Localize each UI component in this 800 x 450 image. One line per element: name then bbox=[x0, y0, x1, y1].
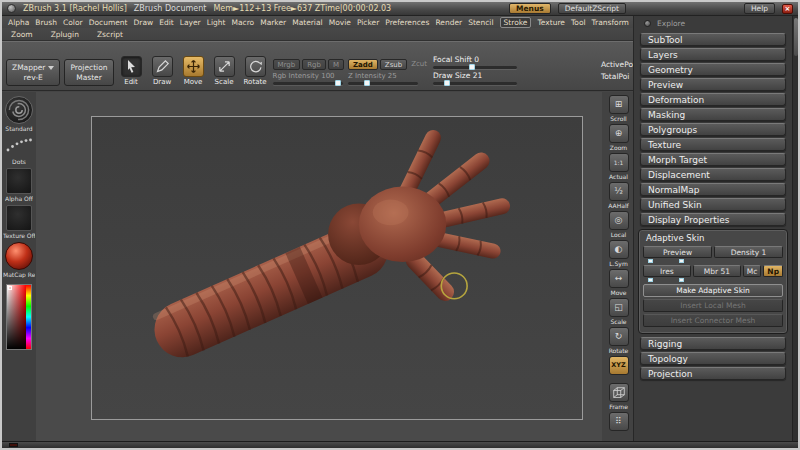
focal-shift-slider[interactable] bbox=[433, 66, 517, 69]
brush-selector[interactable]: Standard bbox=[4, 96, 34, 132]
zoom-icon[interactable]: ⊕ bbox=[609, 124, 629, 143]
mrgb-button[interactable]: Mrgb bbox=[273, 59, 301, 70]
tool-panel-item-unified-skin[interactable]: Unified Skin bbox=[640, 198, 786, 211]
tool-panel-item-geometry[interactable]: Geometry bbox=[640, 63, 786, 76]
mc-button[interactable]: Mc bbox=[743, 265, 762, 277]
local-icon[interactable]: ◎ bbox=[609, 211, 629, 230]
menu-render[interactable]: Render bbox=[435, 18, 462, 27]
menu-zplugin[interactable]: Zplugin bbox=[51, 30, 79, 39]
menu-macro[interactable]: Macro bbox=[231, 18, 254, 27]
rgb-intensity-knob[interactable] bbox=[335, 80, 341, 86]
menu-zoom[interactable]: Zoom bbox=[11, 30, 33, 39]
color-picker[interactable] bbox=[6, 284, 32, 350]
zadd-button[interactable]: Zadd bbox=[348, 59, 378, 70]
zmapper-button[interactable]: ZMapper rev-E bbox=[6, 59, 60, 86]
tool-panel-item-subtool[interactable]: SubTool bbox=[640, 33, 786, 46]
alpha-selector[interactable]: Alpha Off bbox=[4, 168, 34, 202]
draw-size-knob[interactable] bbox=[444, 80, 450, 86]
menus-button[interactable]: Menus bbox=[509, 3, 551, 14]
move-mode-button[interactable]: Move bbox=[180, 56, 207, 86]
focal-shift-knob[interactable] bbox=[469, 64, 475, 70]
rgb-intensity-slider[interactable] bbox=[273, 82, 343, 85]
tool-panel-item-deformation[interactable]: Deformation bbox=[640, 93, 786, 106]
menu-transform[interactable]: Transform bbox=[592, 18, 629, 27]
move-view-icon[interactable]: ↔ bbox=[609, 269, 629, 288]
ires-slider[interactable]: Ires bbox=[643, 265, 691, 277]
tool-panel-item-polygroups[interactable]: Polygroups bbox=[640, 123, 786, 136]
actual-size-icon[interactable]: 1:1 bbox=[609, 153, 629, 172]
np-button[interactable]: Np bbox=[763, 265, 783, 277]
tool-panel-item-texture[interactable]: Texture bbox=[640, 138, 786, 151]
zsub-button[interactable]: Zsub bbox=[380, 59, 407, 70]
xyz-button[interactable]: XYZ bbox=[609, 356, 629, 375]
dots-grid-icon[interactable]: ⠿ bbox=[609, 412, 629, 431]
tool-panel-item-rigging[interactable]: Rigging bbox=[640, 337, 786, 350]
tool-panel-item-projection[interactable]: Projection bbox=[640, 367, 786, 380]
menu-stencil[interactable]: Stencil bbox=[468, 18, 493, 27]
rotate-mode-button[interactable]: Rotate bbox=[242, 56, 269, 86]
tool-panel-item-morph-target[interactable]: Morph Target bbox=[640, 153, 786, 166]
menu-movie[interactable]: Movie bbox=[329, 18, 351, 27]
menu-document[interactable]: Document bbox=[89, 18, 128, 27]
saturation-value-square[interactable] bbox=[7, 285, 26, 349]
stroke-selector[interactable]: Dots bbox=[4, 135, 34, 165]
menu-draw[interactable]: Draw bbox=[134, 18, 154, 27]
close-icon[interactable]: × bbox=[782, 4, 793, 14]
material-selector[interactable]: MatCap Red Wa bbox=[4, 242, 34, 278]
mbr-slider[interactable]: Mbr 51 bbox=[693, 265, 741, 277]
preview-slider-knob[interactable] bbox=[648, 259, 653, 263]
menu-alpha[interactable]: Alpha bbox=[8, 18, 29, 27]
projection-master-button[interactable]: Projection Master bbox=[64, 59, 113, 86]
menu-picker[interactable]: Picker bbox=[357, 18, 379, 27]
tool-panel-item-displacement[interactable]: Displacement bbox=[640, 168, 786, 181]
draw-size-slider[interactable] bbox=[433, 82, 517, 85]
zcut-button[interactable]: Zcut bbox=[409, 59, 429, 70]
menu-edit[interactable]: Edit bbox=[159, 18, 174, 27]
z-intensity-slider[interactable] bbox=[348, 82, 418, 85]
default-zscript-button[interactable]: DefaultZScript bbox=[558, 3, 626, 14]
menu-material[interactable]: Material bbox=[292, 18, 322, 27]
tool-panel-item-layers[interactable]: Layers bbox=[640, 48, 786, 61]
tool-panel-item-topology[interactable]: Topology bbox=[640, 352, 786, 365]
rgb-button[interactable]: Rgb bbox=[302, 59, 326, 70]
zbrush-document-canvas[interactable] bbox=[91, 116, 583, 420]
menu-stroke[interactable]: Stroke bbox=[500, 17, 532, 28]
rotate-view-icon[interactable]: ↻ bbox=[609, 327, 629, 346]
mbr-slider-knob[interactable] bbox=[679, 278, 684, 282]
adaptive-preview-button[interactable]: Preview bbox=[643, 246, 712, 258]
texture-selector[interactable]: Texture Off bbox=[4, 205, 34, 239]
menu-preferences[interactable]: Preferences bbox=[385, 18, 429, 27]
menu-zscript[interactable]: Zscript bbox=[97, 30, 123, 39]
density-slider-knob[interactable] bbox=[679, 259, 684, 263]
panel-scrollbar-thumb[interactable] bbox=[794, 18, 798, 56]
z-intensity-knob[interactable] bbox=[364, 80, 370, 86]
scale-mode-button[interactable]: Scale bbox=[211, 56, 238, 86]
draw-mode-button[interactable]: Draw bbox=[149, 56, 176, 86]
tool-panel-item-masking[interactable]: Masking bbox=[640, 108, 786, 121]
menu-marker[interactable]: Marker bbox=[260, 18, 286, 27]
help-button[interactable]: Help bbox=[744, 3, 775, 14]
lsym-icon[interactable]: ◐ bbox=[609, 240, 629, 259]
menu-color[interactable]: Color bbox=[63, 18, 83, 27]
tool-panel-item-display-properties[interactable]: Display Properties bbox=[640, 213, 786, 226]
menu-texture[interactable]: Texture bbox=[538, 18, 565, 27]
canvas-area[interactable] bbox=[36, 92, 602, 441]
menu-layer[interactable]: Layer bbox=[180, 18, 201, 27]
make-adaptive-skin-button[interactable]: Make Adaptive Skin bbox=[643, 284, 783, 297]
scale-view-icon[interactable]: ◱ bbox=[609, 298, 629, 317]
m-button[interactable]: M bbox=[328, 59, 344, 70]
panel-scrollbar[interactable] bbox=[792, 16, 798, 441]
menu-light[interactable]: Light bbox=[207, 18, 226, 27]
hue-strip[interactable] bbox=[26, 285, 31, 349]
tool-panel-item-normalmap[interactable]: NormalMap bbox=[640, 183, 786, 196]
current-color-swatch[interactable] bbox=[9, 443, 18, 447]
edit-mode-button[interactable]: Edit bbox=[118, 56, 145, 86]
scroll-icon[interactable]: ⊞ bbox=[609, 95, 629, 114]
menu-brush[interactable]: Brush bbox=[35, 18, 57, 27]
aahalf-icon[interactable]: ½ bbox=[609, 182, 629, 201]
menu-tool[interactable]: Tool bbox=[571, 18, 586, 27]
frame-cube-icon[interactable] bbox=[609, 383, 629, 402]
tool-panel-item-preview[interactable]: Preview bbox=[640, 78, 786, 91]
density-slider[interactable]: Density 1 bbox=[714, 246, 783, 258]
ires-slider-knob[interactable] bbox=[648, 278, 653, 282]
